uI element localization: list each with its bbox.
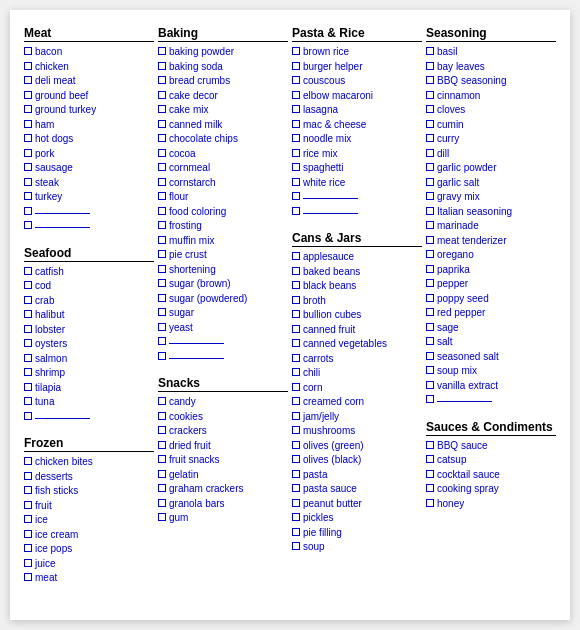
list-item[interactable]: halibut [24,308,154,323]
list-item[interactable]: cumin [426,118,556,133]
checkbox-icon[interactable] [426,352,434,360]
checkbox-icon[interactable] [426,395,434,403]
list-item[interactable] [426,393,556,408]
list-item[interactable]: cookies [158,410,288,425]
list-item[interactable]: gelatin [158,468,288,483]
checkbox-icon[interactable] [158,207,166,215]
list-item[interactable]: sugar [158,306,288,321]
checkbox-icon[interactable] [426,149,434,157]
checkbox-icon[interactable] [158,76,166,84]
list-item[interactable]: paprika [426,263,556,278]
checkbox-icon[interactable] [292,354,300,362]
list-item[interactable]: frosting [158,219,288,234]
list-item[interactable]: pepper [426,277,556,292]
list-item[interactable]: rice mix [292,147,422,162]
list-item[interactable]: dill [426,147,556,162]
list-item[interactable]: meat [24,571,154,586]
list-item[interactable]: juice [24,557,154,572]
list-item[interactable]: canned fruit [292,323,422,338]
list-item[interactable]: baking soda [158,60,288,75]
list-item[interactable]: fish sticks [24,484,154,499]
list-item[interactable]: chili [292,366,422,381]
checkbox-icon[interactable] [24,368,32,376]
checkbox-icon[interactable] [24,310,32,318]
checkbox-icon[interactable] [426,265,434,273]
checkbox-icon[interactable] [158,499,166,507]
list-item[interactable]: white rice [292,176,422,191]
checkbox-icon[interactable] [292,455,300,463]
checkbox-icon[interactable] [24,339,32,347]
checkbox-icon[interactable] [292,76,300,84]
list-item[interactable] [158,350,288,365]
list-item[interactable] [24,219,154,234]
checkbox-icon[interactable] [158,308,166,316]
checkbox-icon[interactable] [292,91,300,99]
checkbox-icon[interactable] [292,426,300,434]
list-item[interactable]: garlic powder [426,161,556,176]
list-item[interactable]: steak [24,176,154,191]
list-item[interactable]: noodle mix [292,132,422,147]
list-item[interactable]: catfish [24,265,154,280]
checkbox-icon[interactable] [426,192,434,200]
checkbox-icon[interactable] [158,47,166,55]
list-item[interactable]: ground beef [24,89,154,104]
checkbox-icon[interactable] [158,91,166,99]
list-item[interactable]: crackers [158,424,288,439]
list-item[interactable]: applesauce [292,250,422,265]
list-item[interactable]: bay leaves [426,60,556,75]
list-item[interactable]: chicken [24,60,154,75]
list-item[interactable]: turkey [24,190,154,205]
list-item[interactable]: BBQ sauce [426,439,556,454]
checkbox-icon[interactable] [24,486,32,494]
checkbox-icon[interactable] [292,528,300,536]
checkbox-icon[interactable] [426,381,434,389]
list-item[interactable]: spaghetti [292,161,422,176]
checkbox-icon[interactable] [24,76,32,84]
list-item[interactable]: pickles [292,511,422,526]
checkbox-icon[interactable] [292,499,300,507]
checkbox-icon[interactable] [426,134,434,142]
list-item[interactable]: BBQ seasoning [426,74,556,89]
list-item[interactable]: pork [24,147,154,162]
list-item[interactable]: ice pops [24,542,154,557]
list-item[interactable]: bacon [24,45,154,60]
list-item[interactable]: sugar (brown) [158,277,288,292]
checkbox-icon[interactable] [24,412,32,420]
list-item[interactable]: fruit [24,499,154,514]
list-item[interactable]: sugar (powdered) [158,292,288,307]
checkbox-icon[interactable] [158,279,166,287]
checkbox-icon[interactable] [292,542,300,550]
checkbox-icon[interactable] [158,455,166,463]
checkbox-icon[interactable] [426,221,434,229]
checkbox-icon[interactable] [292,120,300,128]
list-item[interactable]: cornstarch [158,176,288,191]
checkbox-icon[interactable] [158,323,166,331]
list-item[interactable]: pie filling [292,526,422,541]
checkbox-icon[interactable] [426,163,434,171]
checkbox-icon[interactable] [426,250,434,258]
list-item[interactable]: chicken bites [24,455,154,470]
list-item[interactable]: corn [292,381,422,396]
list-item[interactable]: curry [426,132,556,147]
checkbox-icon[interactable] [158,426,166,434]
checkbox-icon[interactable] [426,47,434,55]
checkbox-icon[interactable] [24,383,32,391]
list-item[interactable]: jam/jelly [292,410,422,425]
list-item[interactable]: muffin mix [158,234,288,249]
checkbox-icon[interactable] [426,279,434,287]
checkbox-icon[interactable] [24,149,32,157]
checkbox-icon[interactable] [292,441,300,449]
list-item[interactable]: broth [292,294,422,309]
list-item[interactable]: sage [426,321,556,336]
checkbox-icon[interactable] [158,149,166,157]
checkbox-icon[interactable] [24,559,32,567]
checkbox-icon[interactable] [292,281,300,289]
list-item[interactable]: tilapia [24,381,154,396]
checkbox-icon[interactable] [24,501,32,509]
list-item[interactable]: olives (black) [292,453,422,468]
checkbox-icon[interactable] [292,62,300,70]
list-item[interactable]: cocktail sauce [426,468,556,483]
list-item[interactable] [292,205,422,220]
checkbox-icon[interactable] [426,105,434,113]
checkbox-icon[interactable] [24,325,32,333]
